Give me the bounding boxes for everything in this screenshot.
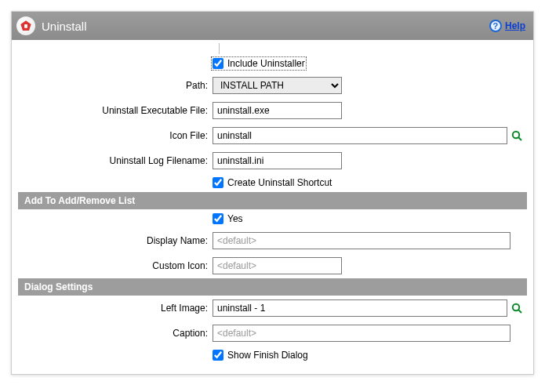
- left-image-label: Left Image:: [21, 303, 213, 314]
- app-logo-icon: [16, 16, 35, 35]
- help-icon: ?: [489, 20, 502, 32]
- show-finish-label: Show Finish Dialog: [227, 350, 308, 361]
- left-image-browse-button[interactable]: [510, 301, 524, 315]
- show-finish-input[interactable]: [213, 350, 223, 361]
- create-shortcut-checkbox[interactable]: Create Uninstall Shortcut: [213, 177, 332, 188]
- yes-input[interactable]: [213, 213, 223, 224]
- exe-file-input[interactable]: [213, 102, 342, 119]
- left-image-input[interactable]: [213, 299, 507, 317]
- page-title: Uninstall: [42, 20, 87, 33]
- browse-icon: [510, 129, 523, 142]
- custom-icon-input[interactable]: [213, 257, 342, 274]
- svg-line-3: [518, 137, 521, 140]
- caption-label: Caption:: [21, 328, 213, 339]
- svg-point-4: [513, 304, 519, 310]
- yes-label: Yes: [227, 213, 243, 224]
- icon-file-label: Icon File:: [21, 130, 213, 141]
- custom-icon-label: Custom Icon:: [21, 260, 213, 271]
- include-uninstaller-input[interactable]: [213, 58, 223, 69]
- path-label: Path:: [21, 80, 213, 91]
- include-uninstaller-label: Include Uninstaller: [227, 58, 305, 69]
- icon-file-input[interactable]: [213, 127, 507, 144]
- display-name-label: Display Name:: [21, 235, 213, 246]
- log-file-label: Uninstall Log Filename:: [21, 155, 213, 166]
- caption-input[interactable]: [213, 325, 510, 342]
- create-shortcut-label: Create Uninstall Shortcut: [227, 177, 332, 188]
- help-link[interactable]: Help: [505, 20, 525, 31]
- display-name-input[interactable]: [213, 232, 510, 249]
- browse-icon: [510, 302, 523, 314]
- create-shortcut-input[interactable]: [213, 177, 223, 188]
- icon-file-browse-button[interactable]: [510, 129, 524, 143]
- show-finish-checkbox[interactable]: Show Finish Dialog: [213, 350, 308, 361]
- log-file-input[interactable]: [213, 152, 342, 169]
- include-uninstaller-checkbox[interactable]: Include Uninstaller: [213, 58, 305, 69]
- path-select[interactable]: INSTALL PATH: [213, 77, 342, 94]
- section-dialog-settings: Dialog Settings: [18, 278, 527, 296]
- svg-point-2: [513, 132, 519, 138]
- svg-rect-1: [24, 24, 27, 28]
- yes-checkbox[interactable]: Yes: [213, 213, 243, 224]
- svg-line-5: [518, 310, 521, 313]
- exe-file-label: Uninstall Executable File:: [21, 105, 213, 116]
- title-bar: Uninstall ? Help: [12, 12, 533, 40]
- section-add-remove: Add To Add/Remove List: [18, 192, 527, 209]
